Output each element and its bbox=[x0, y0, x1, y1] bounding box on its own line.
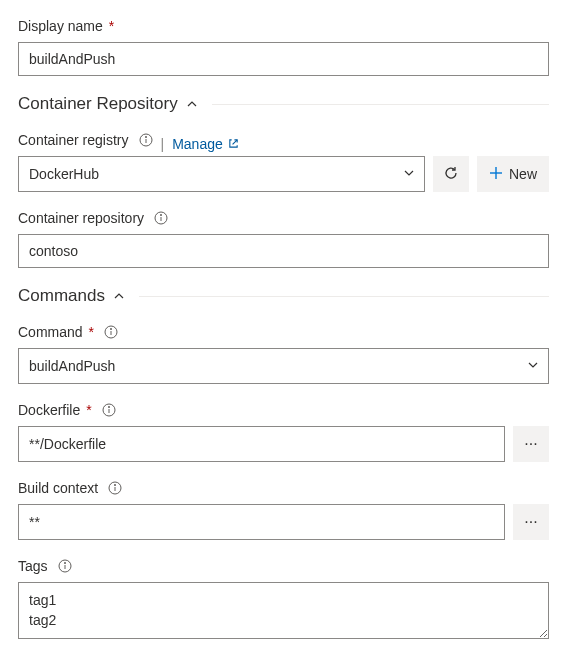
dockerfile-label: Dockerfile* bbox=[18, 402, 549, 418]
svg-point-10 bbox=[110, 328, 111, 329]
build-context-more-button[interactable]: ··· bbox=[513, 504, 549, 540]
required-star: * bbox=[89, 324, 94, 340]
svg-point-19 bbox=[64, 562, 65, 563]
svg-point-7 bbox=[160, 214, 161, 215]
chevron-up-icon bbox=[186, 98, 198, 110]
svg-point-16 bbox=[115, 484, 116, 485]
refresh-button[interactable] bbox=[433, 156, 469, 192]
tags-label: Tags bbox=[18, 558, 549, 574]
info-icon[interactable] bbox=[139, 133, 153, 147]
dockerfile-more-button[interactable]: ··· bbox=[513, 426, 549, 462]
svg-point-13 bbox=[108, 406, 109, 407]
info-icon[interactable] bbox=[108, 481, 122, 495]
section-title: Container Repository bbox=[18, 94, 178, 114]
svg-point-2 bbox=[145, 136, 146, 137]
section-container-repository[interactable]: Container Repository bbox=[18, 94, 549, 114]
section-divider bbox=[212, 104, 549, 105]
plus-icon bbox=[489, 166, 503, 183]
pipe-separator: | bbox=[161, 136, 165, 152]
build-context-input[interactable] bbox=[18, 504, 505, 540]
section-commands[interactable]: Commands bbox=[18, 286, 549, 306]
info-icon[interactable] bbox=[58, 559, 72, 573]
manage-link[interactable]: Manage bbox=[172, 136, 239, 152]
chevron-up-icon bbox=[113, 290, 125, 302]
new-button[interactable]: New bbox=[477, 156, 549, 192]
container-repository-input[interactable] bbox=[18, 234, 549, 268]
container-registry-select[interactable]: DockerHub bbox=[18, 156, 425, 192]
refresh-icon bbox=[443, 165, 459, 184]
tags-textarea[interactable] bbox=[18, 582, 549, 639]
command-label: Command* bbox=[18, 324, 549, 340]
container-registry-label: Container registry bbox=[18, 132, 153, 148]
info-icon[interactable] bbox=[154, 211, 168, 225]
command-select[interactable]: buildAndPush bbox=[18, 348, 549, 384]
info-icon[interactable] bbox=[102, 403, 116, 417]
section-divider bbox=[139, 296, 549, 297]
section-title: Commands bbox=[18, 286, 105, 306]
info-icon[interactable] bbox=[104, 325, 118, 339]
container-repository-label: Container repository bbox=[18, 210, 549, 226]
display-name-label: Display name* bbox=[18, 18, 549, 34]
dockerfile-input[interactable] bbox=[18, 426, 505, 462]
external-link-icon bbox=[228, 136, 239, 152]
required-star: * bbox=[86, 402, 91, 418]
build-context-label: Build context bbox=[18, 480, 549, 496]
display-name-input[interactable] bbox=[18, 42, 549, 76]
required-star: * bbox=[109, 18, 114, 34]
